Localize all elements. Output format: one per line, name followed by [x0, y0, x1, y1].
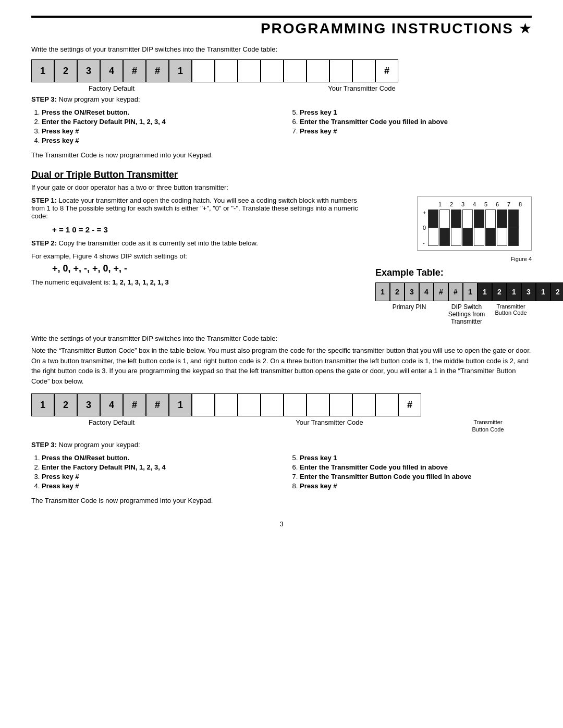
example-below: Primary PIN DIP Switch Settings from Tra… — [375, 303, 532, 325]
intro-text-1: Write the settings of your transmitter D… — [31, 45, 532, 53]
step3-right-1: Press key 1 — [300, 108, 532, 116]
ex-cell-3: 3 — [405, 282, 419, 301]
step3-right-col: Press key 1 Enter the Transmitter Code y… — [289, 108, 532, 146]
code-row-2: 1 2 3 4 # # 1 # — [31, 393, 532, 416]
user2-cell-6 — [307, 393, 329, 416]
step3b-right-list: Press key 1 Enter the Transmitter Code y… — [289, 454, 532, 490]
step3-section: STEP 3: Now program your keypad: — [31, 95, 532, 103]
dip-labels: + 0 - — [423, 209, 426, 246]
label-your-1: Your Transmitter Code — [328, 84, 396, 92]
numeric-equiv: The numeric equivalent is: 1, 2, 1, 3, 1… — [31, 278, 365, 286]
dip-figure-container: 1 2 3 4 5 6 7 8 + 0 - — [417, 196, 532, 262]
programmed-text-1: The Transmitter Code is now programmed i… — [31, 151, 532, 159]
ex-cell-7: 1 — [463, 282, 478, 301]
step3b-left-2: Enter the Factory Default PIN, 1, 2, 3, … — [42, 463, 274, 471]
factory2-cell-5: # — [123, 393, 146, 416]
star-icon: ★ — [519, 20, 532, 37]
example-formula: +, 0, +, -, +, 0, +, - — [52, 263, 365, 274]
factory-cell-7: 1 — [169, 59, 192, 82]
step3b-intro: Now program your keypad: — [59, 441, 140, 449]
btn-code-cell — [375, 393, 398, 416]
factory-cell-2: 2 — [54, 59, 77, 82]
label-your-2: Your Transmitter Code — [296, 418, 363, 426]
user2-cell-2 — [215, 393, 238, 416]
step3-left-2: Enter the Factory Default PIN, 1, 2, 3, … — [42, 118, 274, 126]
note-text: Note the “Transmitter Button Code” box i… — [31, 346, 532, 386]
ex-dip-6: 2 — [550, 282, 563, 301]
step3b-columns: Press the ON/Reset button. Enter the Fac… — [31, 454, 532, 491]
user2-cell-7 — [329, 393, 352, 416]
factory2-cell-1: 1 — [31, 393, 54, 416]
factory2-cell-2: 2 — [54, 393, 77, 416]
example-label-dip: DIP Switch Settings from Transmitter — [443, 303, 490, 325]
dual-section: Dual or Triple Button Transmitter If you… — [31, 169, 532, 325]
user-cell-1 — [192, 59, 215, 82]
user-cell-8 — [352, 59, 375, 82]
factory-cell-4: 4 — [100, 59, 123, 82]
step3b-left-list: Press the ON/Reset button. Enter the Fac… — [31, 454, 274, 490]
user2-cell-8 — [352, 393, 375, 416]
step3-left-3: Press key # — [42, 127, 274, 135]
step3b-heading-text: STEP 3: Now program your keypad: — [31, 441, 532, 449]
step3-heading-text: STEP 3: Now program your keypad: — [31, 95, 532, 103]
step3-left-list: Press the ON/Reset button. Enter the Fac… — [31, 108, 274, 144]
example-table-row: 1 2 3 4 # # 1 1 2 1 3 1 2 1 3 — [375, 282, 532, 301]
code-row-1: 1 2 3 4 # # 1 # — [31, 59, 532, 82]
user2-cell-4 — [261, 393, 284, 416]
factory-cell-3: 3 — [77, 59, 100, 82]
code-label-row-1: Factory Default Your Transmitter Code — [31, 82, 532, 92]
end-hash2-cell: # — [398, 393, 421, 416]
example-intro: For example, Figure 4 shows DIP switch s… — [31, 252, 365, 260]
user2-cell-5 — [284, 393, 307, 416]
dip-switch-3 — [451, 209, 461, 246]
factory2-cell-3: 3 — [77, 393, 100, 416]
step3b-left-3: Press key # — [42, 473, 274, 480]
page-number: 3 — [31, 520, 532, 528]
step2-label: STEP 2: — [31, 239, 57, 247]
dip-switch-6 — [485, 209, 496, 246]
user2-cell-3 — [238, 393, 261, 416]
code-table-2: 1 2 3 4 # # 1 # Factory Default Your Tra… — [31, 393, 532, 434]
dip-switch-5 — [474, 209, 484, 246]
step3b-left-4: Press key # — [42, 482, 274, 490]
user-cell-7 — [329, 59, 352, 82]
step3-columns: Press the ON/Reset button. Enter the Fac… — [31, 108, 532, 146]
factory2-cell-6: # — [146, 393, 169, 416]
factory-cell-5: # — [123, 59, 146, 82]
dual-right: 1 2 3 4 5 6 7 8 + 0 - — [375, 196, 532, 325]
dip-body: + 0 - — [423, 209, 526, 246]
step3-label: STEP 3: — [31, 95, 57, 103]
ex-cell-1: 1 — [375, 282, 390, 301]
dual-layout: STEP 1: Locate your transmitter and open… — [31, 196, 532, 325]
user-cell-4 — [261, 59, 284, 82]
example-label-primary: Primary PIN — [375, 303, 443, 311]
example-title: Example Table: — [375, 267, 532, 278]
page-header: PROGRAMMING INSTRUCTIONS ★ — [31, 16, 532, 37]
dual-title: Dual or Triple Button Transmitter — [31, 169, 532, 180]
dip-switches — [428, 209, 519, 246]
step2-text: STEP 2: Copy the transmitter code as it … — [31, 239, 365, 247]
ex-cell-4: 4 — [419, 282, 434, 301]
ex-dip-4: 3 — [521, 282, 536, 301]
example-label-button: Transmitter Button Code — [490, 303, 532, 316]
step3-right-3: Press key # — [300, 127, 532, 135]
step3b-right-col: Press key 1 Enter the Transmitter Code y… — [289, 454, 532, 491]
step3-left-col: Press the ON/Reset button. Enter the Fac… — [31, 108, 274, 146]
factory-cell-1: 1 — [31, 59, 54, 82]
label-factory-1: Factory Default — [89, 84, 134, 92]
factory2-cell-7: 1 — [169, 393, 192, 416]
example-section: Example Table: 1 2 3 4 # # 1 1 2 1 3 1 — [375, 267, 532, 325]
step3b-left-col: Press the ON/Reset button. Enter the Fac… — [31, 454, 274, 491]
figure-label: Figure 4 — [417, 256, 532, 262]
dip-switch-8 — [508, 209, 519, 246]
step3b-right-2: Enter the Transmitter Code you filled in… — [300, 463, 532, 471]
user-cell-6 — [307, 59, 329, 82]
dip-switch-4 — [462, 209, 473, 246]
page-title: PROGRAMMING INSTRUCTIONS — [261, 20, 513, 37]
dual-intro: If your gate or door operator has a two … — [31, 183, 532, 191]
dual-left: STEP 1: Locate your transmitter and open… — [31, 196, 365, 291]
code-label-row-2: Factory Default Your Transmitter Code Tr… — [31, 416, 532, 434]
ex-cell-5: # — [434, 282, 448, 301]
step3b-label: STEP 3: — [31, 441, 57, 449]
code-table-1: 1 2 3 4 # # 1 # Factory Default Your Tra… — [31, 59, 532, 92]
